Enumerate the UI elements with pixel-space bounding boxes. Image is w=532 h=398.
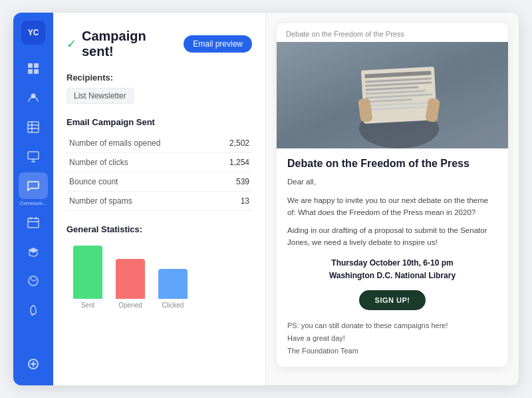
stat-value: 1,254 bbox=[213, 153, 252, 172]
table-row: Number of spams13 bbox=[66, 192, 252, 211]
stat-value: 13 bbox=[213, 192, 252, 211]
recipients-tag: List Newsletter bbox=[66, 88, 134, 104]
chart-bar bbox=[73, 246, 102, 299]
svg-rect-5 bbox=[28, 122, 39, 132]
email-closing1: Have a great day! bbox=[287, 332, 497, 345]
newspaper-visual bbox=[277, 42, 508, 148]
sidebar-item-communication[interactable]: Communi... bbox=[19, 172, 48, 206]
bar-chart: Sent Opened Clicked bbox=[66, 242, 252, 309]
email-closing2: The Foundation Team bbox=[287, 345, 497, 357]
table-row: Number of emails opened2,502 bbox=[66, 134, 252, 153]
email-greeting: Dear all, bbox=[287, 176, 497, 188]
recipients-label: Recipients: bbox=[66, 73, 252, 83]
sidebar-item-hat[interactable] bbox=[19, 238, 48, 265]
table-row: Number of clicks1,254 bbox=[66, 153, 252, 172]
right-panel: Debate on the Freedom of the Press bbox=[266, 13, 519, 385]
email-paragraph1: We are happy to invite you to our next d… bbox=[287, 195, 497, 219]
bar-label: Clicked bbox=[162, 301, 184, 309]
table-row: Bounce count539 bbox=[66, 172, 252, 192]
sidebar-item-contacts[interactable] bbox=[19, 85, 48, 111]
sidebar-item-calendar[interactable] bbox=[19, 209, 48, 236]
sidebar-item-screen[interactable] bbox=[19, 143, 48, 170]
email-event-info: Thursday October 10th, 6-10 pm Washingto… bbox=[287, 257, 497, 282]
stat-label: Number of clicks bbox=[66, 153, 213, 172]
campaign-sent-header: ✓ Campaign sent! Email preview bbox=[66, 29, 252, 59]
svg-rect-2 bbox=[28, 69, 33, 74]
campaign-title: Campaign sent! bbox=[82, 29, 178, 59]
email-campaign-title: Email Campaign Sent bbox=[66, 117, 252, 127]
stat-value: 2,502 bbox=[213, 134, 252, 153]
event-line1: Thursday October 10th, 6-10 pm bbox=[331, 258, 453, 268]
sidebar-communication-label: Communi... bbox=[20, 200, 47, 206]
bar-item: Opened bbox=[116, 259, 145, 309]
sidebar-item-dashboard[interactable] bbox=[19, 55, 48, 82]
email-ps: PS: you can still donate to these campai… bbox=[287, 319, 497, 357]
svg-rect-12 bbox=[28, 218, 39, 228]
bar-label: Sent bbox=[81, 301, 95, 309]
svg-rect-0 bbox=[28, 63, 33, 68]
check-icon: ✓ bbox=[66, 37, 76, 51]
sidebar: YC bbox=[13, 13, 53, 385]
bar-label: Opened bbox=[118, 301, 142, 309]
sidebar-item-ball[interactable] bbox=[19, 268, 48, 294]
main-panels: ✓ Campaign sent! Email preview Recipient… bbox=[53, 13, 519, 385]
email-card: Debate on the Freedom of the Press bbox=[277, 23, 508, 367]
sidebar-item-rocket[interactable] bbox=[19, 297, 48, 323]
left-panel: ✓ Campaign sent! Email preview Recipient… bbox=[53, 13, 266, 385]
stat-value: 539 bbox=[213, 172, 252, 192]
sidebar-logo[interactable]: YC bbox=[21, 21, 45, 45]
svg-rect-1 bbox=[34, 63, 39, 68]
stat-label: Bounce count bbox=[66, 172, 213, 192]
general-stats-title: General Statistics: bbox=[66, 224, 252, 234]
stat-label: Number of spams bbox=[66, 192, 213, 211]
bar-item: Sent bbox=[73, 246, 102, 309]
email-paragraph2: Aiding in our drafting of a proposal to … bbox=[287, 225, 497, 249]
email-hero-image bbox=[277, 42, 508, 148]
sidebar-bottom bbox=[19, 351, 48, 377]
bar-item: Clicked bbox=[158, 269, 188, 309]
sidebar-item-add[interactable] bbox=[19, 351, 48, 377]
chart-bar bbox=[158, 269, 188, 299]
svg-rect-9 bbox=[28, 152, 39, 159]
stat-label: Number of emails opened bbox=[66, 134, 213, 153]
sidebar-item-tables[interactable] bbox=[19, 114, 48, 140]
email-preview-button[interactable]: Email preview bbox=[184, 35, 252, 53]
chart-bar bbox=[116, 259, 145, 299]
signup-button[interactable]: SIGN UP! bbox=[359, 290, 426, 310]
email-ps-text: PS: you can still donate to these campai… bbox=[287, 319, 497, 332]
stats-table: Number of emails opened2,502Number of cl… bbox=[66, 134, 252, 211]
app-container: YC bbox=[13, 13, 519, 385]
email-card-header: Debate on the Freedom of the Press bbox=[277, 23, 508, 42]
svg-rect-3 bbox=[34, 69, 39, 74]
event-line2: Washington D.C. National Library bbox=[329, 271, 456, 280]
email-body: Debate on the Freedom of the Press Dear … bbox=[277, 148, 508, 367]
email-headline: Debate on the Freedom of the Press bbox=[287, 158, 497, 170]
